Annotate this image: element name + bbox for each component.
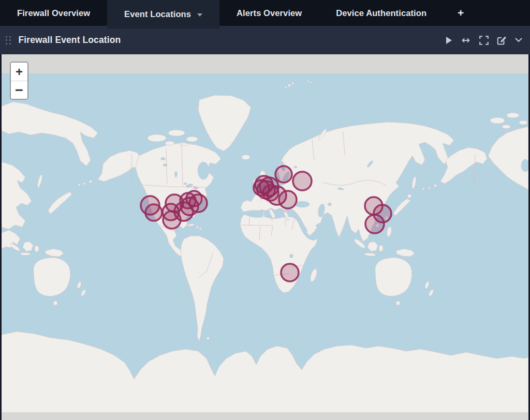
tab-device-authentication[interactable]: Device Authentication: [319, 0, 444, 26]
app-window: Firewall Overview Event Locations Alerts…: [0, 0, 530, 420]
event-location-marker[interactable]: [275, 166, 292, 183]
event-location-marker[interactable]: [279, 191, 297, 208]
chevron-down-icon: [197, 13, 202, 17]
panel-header: Firewall Event Location: [0, 26, 530, 54]
chevron-down-icon: [515, 38, 522, 42]
chevron-down-button[interactable]: [515, 38, 522, 42]
map-zoom-control: + −: [10, 62, 28, 100]
event-location-marker[interactable]: [281, 264, 299, 281]
panel-title: Firewall Event Location: [19, 35, 121, 46]
tab-alerts-overview[interactable]: Alerts Overview: [219, 0, 319, 26]
map-edge-top: [2, 54, 528, 73]
zoom-in-button[interactable]: +: [11, 63, 27, 81]
map-edge-bottom: [2, 412, 528, 420]
resize-horizontal-icon: [461, 37, 471, 44]
zoom-out-button[interactable]: −: [11, 81, 27, 99]
event-location-marker[interactable]: [189, 194, 207, 212]
tab-event-locations[interactable]: Event Locations: [107, 0, 219, 28]
fullscreen-icon: [479, 36, 489, 45]
tab-label: Device Authentication: [336, 8, 426, 18]
map-panel: + −: [0, 54, 530, 420]
panel-toolbar: [445, 36, 524, 45]
tab-label: Alerts Overview: [237, 8, 302, 18]
fullscreen-button[interactable]: [479, 36, 489, 45]
event-location-marker[interactable]: [365, 215, 384, 233]
drag-handle-icon[interactable]: [6, 36, 11, 44]
edit-icon: [497, 36, 507, 45]
tab-label: Firewall Overview: [17, 8, 90, 18]
tab-label: Event Locations: [124, 9, 191, 19]
edit-button[interactable]: [497, 36, 507, 45]
event-location-marker[interactable]: [145, 204, 162, 221]
world-map[interactable]: [2, 54, 528, 420]
play-button[interactable]: [445, 36, 452, 44]
dashboard-tab-bar: Firewall Overview Event Locations Alerts…: [0, 0, 530, 26]
tab-firewall-overview[interactable]: Firewall Overview: [0, 0, 107, 26]
plus-icon: +: [458, 7, 464, 19]
event-location-marker[interactable]: [293, 172, 312, 190]
play-icon: [445, 36, 452, 44]
add-tab-button[interactable]: +: [444, 0, 478, 26]
resize-horizontal-button[interactable]: [461, 37, 471, 44]
